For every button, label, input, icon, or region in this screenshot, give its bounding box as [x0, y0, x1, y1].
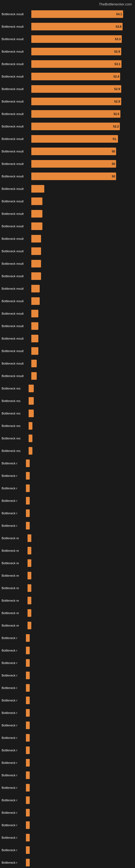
bar-label: Bottleneck result — [2, 100, 31, 103]
bar-fill — [28, 584, 31, 592]
bar-row: Bottleneck res — [0, 433, 135, 443]
bar-label: Bottleneck re — [2, 611, 28, 615]
bar-wrapper — [28, 572, 133, 579]
bar-label: Bottleneck result — [2, 75, 31, 78]
bar-wrapper — [31, 272, 133, 280]
bar-fill — [29, 422, 32, 430]
bar-wrapper: 50 — [31, 160, 133, 167]
bar-row: Bottleneck result — [0, 271, 135, 281]
bar-row: Bottleneck result53.8 — [0, 22, 135, 32]
bar-row: Bottleneck result — [0, 358, 135, 369]
bar-fill — [31, 197, 42, 205]
bar-row: Bottleneck result — [0, 333, 135, 344]
bar-fill — [26, 759, 30, 767]
bar-label: Bottleneck r — [2, 674, 26, 677]
bar-label: Bottleneck r — [2, 462, 26, 465]
bar-row: Bottleneck re — [0, 620, 135, 631]
site-title: TheBottlenecker.com — [99, 2, 132, 6]
bar-label: Bottleneck result — [2, 324, 31, 328]
bar-row: Bottleneck result — [0, 283, 135, 294]
bar-label: Bottleneck result — [2, 112, 31, 116]
bar-fill — [28, 559, 31, 567]
bar-fill — [28, 609, 31, 617]
bar-wrapper — [29, 422, 133, 430]
bar-wrapper — [26, 659, 133, 667]
bar-label: Bottleneck result — [2, 175, 31, 178]
bar-label: Bottleneck result — [2, 337, 31, 340]
bar-row: Bottleneck r — [0, 820, 135, 830]
bar-label: Bottleneck r — [2, 711, 26, 714]
bar-wrapper — [26, 734, 133, 742]
bar-fill — [26, 647, 30, 654]
bar-label: Bottleneck result — [2, 262, 31, 265]
bar-fill — [26, 822, 30, 829]
bar-row: Bottleneck result — [0, 221, 135, 231]
bar-wrapper — [26, 634, 133, 642]
bar-fill — [31, 272, 41, 280]
bar-fill: 51. — [31, 135, 118, 143]
bar-fill — [29, 397, 34, 405]
bar-label: Bottleneck r — [2, 724, 26, 727]
bar-row: Bottleneck res — [0, 383, 135, 394]
bar-fill — [26, 784, 30, 792]
bar-label: Bottleneck result — [2, 150, 31, 153]
bar-fill — [26, 497, 30, 504]
bar-wrapper — [26, 472, 133, 479]
bar-fill: 52.4 — [31, 73, 120, 80]
bar-wrapper: 52.4 — [31, 73, 133, 80]
bar-fill: 52.9 — [31, 98, 121, 105]
bar-label: Bottleneck r — [2, 512, 26, 515]
bar-value: 52.9 — [114, 50, 120, 53]
bar-wrapper — [31, 235, 133, 243]
bar-row: Bottleneck result51. — [0, 134, 135, 144]
bar-wrapper — [26, 509, 133, 517]
bar-fill — [31, 310, 38, 317]
bar-label: Bottleneck r — [2, 774, 26, 777]
bar-row: Bottleneck result54.1 — [0, 9, 135, 19]
bar-label: Bottleneck result — [2, 199, 31, 203]
bar-label: Bottleneck result — [2, 300, 31, 303]
bar-label: Bottleneck res — [2, 399, 29, 403]
bar-label: Bottleneck re — [2, 561, 28, 565]
bar-label: Bottleneck re — [2, 586, 28, 590]
bar-wrapper — [26, 796, 133, 804]
bar-value: 52.4 — [114, 75, 119, 78]
bar-row: Bottleneck result52.2 — [0, 121, 135, 131]
bar-fill: 54.1 — [31, 10, 123, 18]
bar-row: Bottleneck result — [0, 296, 135, 306]
bar-wrapper — [31, 372, 133, 380]
bar-wrapper: 51. — [31, 135, 133, 143]
bar-wrapper — [26, 822, 133, 829]
bar-label: Bottleneck result — [2, 374, 31, 378]
bar-fill — [31, 347, 38, 355]
bar-value: 51. — [113, 137, 117, 141]
bar-label: Bottleneck res — [2, 449, 29, 453]
bar-fill — [26, 460, 30, 467]
bar-row: Bottleneck r — [0, 508, 135, 518]
bar-wrapper — [26, 846, 133, 854]
bar-row: Bottleneck r — [0, 720, 135, 731]
bar-row: Bottleneck re — [0, 558, 135, 568]
bar-row: Bottleneck result — [0, 346, 135, 356]
bar-row: Bottleneck r — [0, 633, 135, 643]
bar-fill — [31, 372, 37, 380]
bar-fill — [31, 222, 42, 230]
bar-fill — [31, 185, 44, 193]
bar-label: Bottleneck r — [2, 811, 26, 814]
bar-row: Bottleneck result52.9 — [0, 84, 135, 94]
bar-label: Bottleneck r — [2, 686, 26, 689]
bar-value: 50 — [112, 175, 115, 178]
bar-wrapper — [29, 447, 133, 455]
bar-wrapper: 52.5 — [31, 110, 133, 118]
bar-fill — [26, 734, 30, 742]
bar-label: Bottleneck r — [2, 699, 26, 702]
bar-row: Bottleneck r — [0, 483, 135, 493]
bar-wrapper — [26, 746, 133, 754]
bar-row: Bottleneck r — [0, 658, 135, 668]
bar-row: Bottleneck result — [0, 308, 135, 319]
bar-label: Bottleneck result — [2, 312, 31, 315]
bar-row: Bottleneck r — [0, 695, 135, 706]
bar-value: 52.2 — [113, 125, 119, 128]
bar-wrapper — [31, 335, 133, 342]
bar-row: Bottleneck result — [0, 196, 135, 207]
